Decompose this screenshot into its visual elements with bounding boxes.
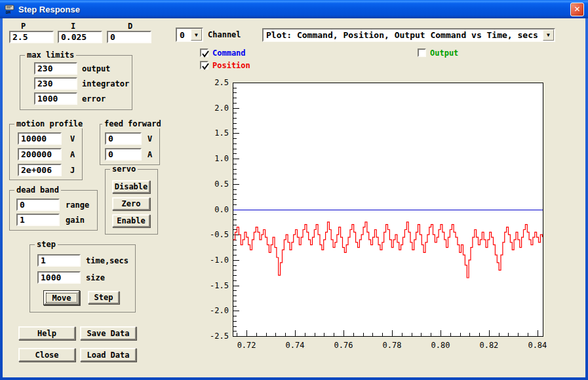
zero-button[interactable]: Zero [112,197,150,210]
dead-band-title: dead band [14,186,61,195]
profile-a-label: A [70,151,75,159]
plot-mode-select[interactable]: Plot: Command, Position, Output Command … [262,28,555,42]
motion-profile-group: motion profile V A J [9,124,83,180]
svg-text:0.80: 0.80 [431,341,450,350]
plot-mode-value: Plot: Command, Position, Output Command … [264,30,543,40]
ff-v-label: V [147,135,152,143]
command-checkbox-label: Command [212,48,246,58]
max-integrator-input[interactable] [34,77,77,90]
title-bar[interactable]: DM Step Response ✕ [0,0,588,18]
svg-text:DM: DM [6,10,11,14]
svg-text:0.84: 0.84 [528,341,547,350]
svg-text:0.78: 0.78 [383,341,402,350]
step-size-label: size [86,274,105,282]
max-output-input[interactable] [34,62,77,75]
ff-a-input[interactable] [105,148,142,161]
feed-forward-title: feed forward [102,120,163,128]
close-window-button[interactable]: Close [18,348,75,362]
step-time-label: time,secs [86,257,128,265]
app-icon: DM [5,4,15,14]
svg-text:0.0: 0.0 [214,205,229,214]
window-body: P I D 0 ▼ Channel Plot: Command, Positio… [3,18,585,377]
i-label: I [71,22,75,31]
range-label: range [66,201,89,210]
output-checkbox-label: Output [430,48,458,58]
profile-j-input[interactable] [18,164,62,176]
max-integrator-label: integrator [82,80,129,88]
svg-text:0.74: 0.74 [286,341,305,350]
step-group: step time,secs size Move Step [29,244,136,313]
disable-button[interactable]: Disable [112,180,150,193]
load-data-button[interactable]: Load Data [80,348,136,362]
svg-text:-2.0: -2.0 [210,306,229,315]
svg-text:2.5: 2.5 [214,78,229,87]
gain-label: gain [66,216,85,225]
i-input[interactable] [58,31,102,43]
svg-text:-2.5: -2.5 [210,332,229,341]
profile-v-input[interactable] [18,132,62,145]
svg-text:-1.5: -1.5 [210,281,229,290]
range-input[interactable] [16,199,60,211]
svg-text:-0.5: -0.5 [210,230,229,239]
dead-band-group: dead band range gain [9,190,98,231]
save-data-button[interactable]: Save Data [80,326,136,340]
chevron-down-icon[interactable]: ▼ [543,29,554,41]
position-checkbox[interactable] [200,61,208,69]
step-title: step [35,240,58,249]
channel-value: 0 [177,30,191,40]
p-label: P [21,22,26,31]
step-time-input[interactable] [37,254,81,267]
help-button[interactable]: Help [18,326,75,340]
plot-canvas: 2.52.01.51.00.50.0-0.5-1.0-1.5-2.0-2.50.… [193,77,560,366]
max-limits-group: max limits output integrator error [20,55,132,110]
servo-title: servo [110,165,138,174]
gain-input[interactable] [16,214,60,226]
servo-group: servo Disable Zero Enable [105,169,158,235]
close-button[interactable]: ✕ [570,3,584,16]
max-limits-title: max limits [25,51,76,60]
close-icon: ✕ [574,5,580,14]
channel-label: Channel [208,31,241,39]
max-error-input[interactable] [34,92,77,105]
svg-text:0.82: 0.82 [479,341,498,350]
profile-j-label: J [70,166,75,175]
move-button[interactable]: Move [44,291,79,305]
window-title: Step Response [18,5,80,14]
enable-button[interactable]: Enable [112,214,150,227]
ff-v-input[interactable] [105,132,142,145]
step-size-input[interactable] [37,271,81,284]
svg-text:1.0: 1.0 [214,154,229,163]
ff-a-label: A [147,151,152,159]
profile-v-label: V [70,135,75,143]
svg-text:0.72: 0.72 [237,341,256,350]
svg-text:2.0: 2.0 [214,104,229,113]
max-error-label: error [82,95,106,104]
plot-area: 2.52.01.51.00.50.0-0.5-1.0-1.5-2.0-2.50.… [193,77,560,366]
chevron-down-icon[interactable]: ▼ [191,29,202,41]
step-button[interactable]: Step [88,291,119,304]
max-output-label: output [82,65,110,73]
profile-a-input[interactable] [18,148,62,161]
position-checkbox-label: Position [212,61,250,70]
svg-text:0.76: 0.76 [334,341,353,350]
svg-text:0.5: 0.5 [214,180,229,189]
output-checkbox[interactable] [418,48,426,57]
d-label: D [128,22,132,31]
motion-profile-title: motion profile [14,120,85,128]
svg-text:1.5: 1.5 [214,128,229,138]
p-input[interactable] [9,31,54,43]
svg-text:-1.0: -1.0 [210,256,229,265]
command-checkbox[interactable] [200,48,208,57]
d-input[interactable] [107,31,151,43]
feed-forward-group: feed forward V A [100,124,160,165]
app-window: DM Step Response ✕ P I D 0 ▼ Channel Plo… [0,0,588,380]
channel-select[interactable]: 0 ▼ [176,28,203,42]
